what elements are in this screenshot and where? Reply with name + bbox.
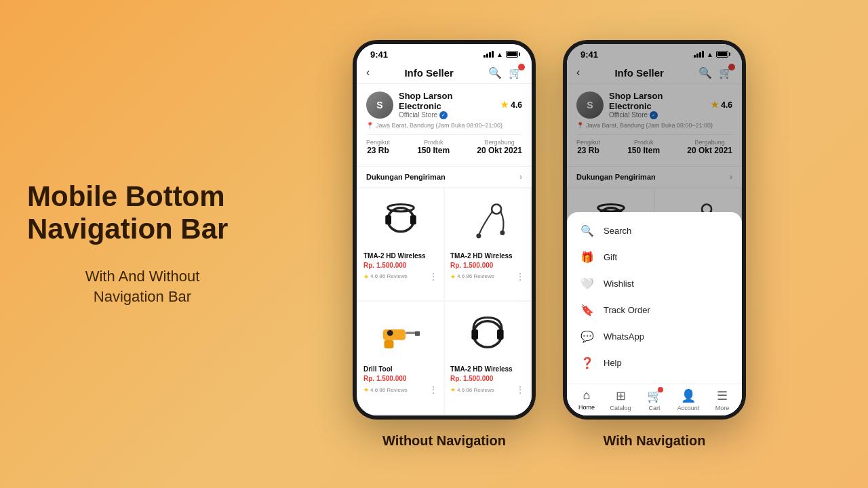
bottom-nav-cart[interactable]: 🛒 Cart (641, 388, 668, 411)
back-icon[interactable]: ‹ (366, 66, 370, 79)
menu-track-label: Track Order (604, 305, 650, 315)
bottom-nav-catalog[interactable]: ⊞ Catalog (607, 388, 634, 411)
menu-help[interactable]: ❓ Help (567, 350, 742, 376)
phone1-nav-title: Info Seller (404, 67, 454, 79)
phone2: 9:41 ▲ ‹ Info Seller (563, 40, 746, 420)
phone1-stats: Pengikut 23 Rb Produk 150 Item Bergabung… (366, 134, 522, 159)
menu-wishlist[interactable]: 🤍 Wishlist (567, 270, 742, 297)
svg-rect-13 (471, 329, 478, 340)
cart-label: Cart (648, 405, 660, 411)
headphone-svg (377, 197, 425, 245)
three-dot-2[interactable]: ⋮ (515, 271, 525, 282)
left-panel: Mobile BottomNavigation Bar With And Wit… (27, 180, 258, 308)
menu-gift[interactable]: 🎁 Gift (567, 244, 742, 270)
product-price-4: Rp. 1.500.000 (450, 375, 525, 382)
more-icon: ☰ (717, 388, 728, 403)
product-meta-3: ★ 4.6 86 Reviews ⋮ (363, 384, 438, 395)
menu-panel: 🔍 Search 🎁 Gift 🤍 Wishlist 🔖 Track Order (567, 212, 742, 382)
product-image-4 (450, 307, 525, 361)
phone1-avatar: S (366, 92, 393, 119)
phone1-shipping[interactable]: Dukungan Pengiriman › (357, 166, 532, 187)
menu-search-icon: 🔍 (580, 224, 594, 237)
account-label: Account (677, 405, 700, 411)
earphone-svg (464, 197, 511, 245)
phone1-stat-bergabung: Bergabung 20 Okt 2021 (477, 139, 522, 155)
product-meta-4: ★ 4.6 86 Reviews ⋮ (450, 384, 525, 395)
product-meta-2: ★ 4.6 86 Reviews ⋮ (450, 271, 525, 282)
phone1-label: Without Navigation (382, 433, 506, 449)
chevron-right-icon: › (519, 172, 522, 182)
three-dot-1[interactable]: ⋮ (429, 271, 438, 282)
menu-help-icon: ❓ (580, 357, 594, 369)
phone1-top-nav: ‹ Info Seller 🔍 🛒 (357, 62, 532, 84)
account-icon: 👤 (681, 388, 696, 403)
bottom-nav-account[interactable]: 👤 Account (675, 388, 702, 411)
main-title: Mobile BottomNavigation Bar (27, 180, 258, 246)
product-image-2 (450, 194, 525, 248)
product-card-3[interactable]: Drill Tool Rp. 1.500.000 ★ 4.6 86 Review… (358, 302, 443, 414)
phone1-status-bar: 9:41 ▲ (357, 44, 532, 62)
svg-rect-8 (406, 332, 416, 335)
headphone2-svg (464, 310, 511, 358)
home-label: Home (578, 404, 595, 411)
svg-point-4 (492, 204, 501, 214)
verified-badge: ✓ (439, 111, 448, 119)
phone1-time: 9:41 (370, 49, 388, 60)
phone1-wrapper: 9:41 ▲ ‹ Info Seller (353, 40, 536, 449)
svg-rect-2 (410, 215, 416, 224)
cart-badge (518, 64, 525, 70)
bottom-nav-home[interactable]: ⌂ Home (573, 388, 600, 411)
svg-rect-11 (415, 331, 420, 336)
home-icon: ⌂ (583, 388, 591, 403)
phone1-name-col: Shop Larson Electronic Official Store ✓ (399, 91, 495, 119)
product-image-1 (363, 194, 438, 248)
product-card-2[interactable]: TMA-2 HD Wireless Rp. 1.500.000 ★ 4.6 86… (445, 188, 530, 301)
cart-nav-icon: 🛒 (647, 388, 662, 403)
product-image-3 (363, 307, 438, 361)
phone1-location: 📍 Jawa Barat, Bandung (Jam Buka 08:00–21… (366, 122, 522, 129)
svg-rect-7 (383, 329, 406, 340)
three-dot-3[interactable]: ⋮ (429, 384, 438, 395)
drill-svg (377, 310, 425, 358)
menu-whatsapp[interactable]: 💬 WhatsApp (567, 323, 742, 350)
menu-gift-label: Gift (604, 252, 617, 262)
menu-track-icon: 🔖 (580, 304, 594, 317)
catalog-label: Catalog (610, 405, 631, 411)
phone1-rating: ★ 4.6 (500, 100, 522, 110)
svg-rect-14 (497, 329, 504, 340)
phone2-label: With Navigation (604, 433, 706, 449)
product-card-1[interactable]: TMA-2 HD Wireless Rp. 1.500.000 ★ 4.6 86… (358, 188, 443, 301)
bottom-nav-more[interactable]: ☰ More (709, 388, 736, 411)
subtitle: With And WithoutNavigation Bar (27, 266, 258, 308)
catalog-icon: ⊞ (616, 388, 626, 403)
product-meta-1: ★ 4.6 86 Reviews ⋮ (363, 271, 438, 282)
phone1-cart-icon[interactable]: 🛒 (509, 66, 522, 79)
phone1-seller-row: S Shop Larson Electronic Official Store … (366, 91, 522, 119)
menu-track[interactable]: 🔖 Track Order (567, 297, 742, 323)
product-price-1: Rp. 1.500.000 (363, 262, 438, 269)
overlay-menu: 🔍 Search 🎁 Gift 🤍 Wishlist 🔖 Track Order (567, 44, 742, 382)
menu-whatsapp-icon: 💬 (580, 330, 594, 343)
menu-help-label: Help (604, 358, 622, 368)
phone1-product-grid: TMA-2 HD Wireless Rp. 1.500.000 ★ 4.6 86… (357, 187, 532, 415)
svg-point-10 (387, 330, 393, 336)
product-card-4[interactable]: TMA-2 HD Wireless Rp. 1.500.000 ★ 4.6 86… (445, 302, 530, 414)
phone1-seller-info: S Shop Larson Electronic Official Store … (357, 84, 532, 166)
product-name-3: Drill Tool (363, 365, 438, 373)
phone2-wrapper: 9:41 ▲ ‹ Info Seller (563, 40, 746, 449)
menu-gift-icon: 🎁 (580, 251, 594, 264)
menu-search[interactable]: 🔍 Search (567, 218, 742, 244)
svg-point-6 (500, 230, 505, 235)
phone1-nav-icons: 🔍 🛒 (488, 66, 522, 79)
phone1: 9:41 ▲ ‹ Info Seller (353, 40, 536, 420)
phone1-search-icon[interactable]: 🔍 (488, 66, 502, 79)
more-label: More (715, 405, 730, 411)
phone1-stat-produk: Produk 150 Item (417, 139, 450, 155)
product-name-2: TMA-2 HD Wireless (450, 252, 525, 260)
three-dot-4[interactable]: ⋮ (515, 384, 525, 395)
wifi-icon: ▲ (496, 51, 503, 58)
menu-whatsapp-label: WhatsApp (604, 331, 644, 342)
bottom-nav: ⌂ Home ⊞ Catalog 🛒 Cart 👤 Account (567, 384, 742, 415)
menu-wishlist-icon: 🤍 (580, 277, 594, 290)
phone1-stat-pengikut: Pengikut 23 Rb (366, 139, 390, 155)
